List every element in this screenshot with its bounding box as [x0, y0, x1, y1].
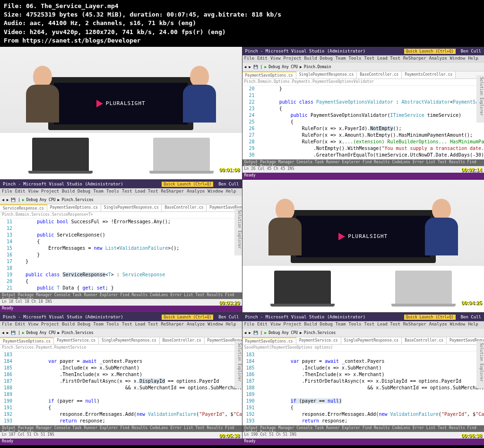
footer-bar: Ready [242, 439, 484, 445]
toolbar[interactable]: ◀ ▶ 💾 | ▶ Debug Any CPU ▶ Pinch.Services [0, 196, 242, 204]
start-button[interactable]: ▶ [22, 198, 25, 202]
vs-frame-2: Pinch - Microsoft Visual Studio (Adminis… [242, 47, 484, 179]
video-frame-1: PLURALSIGHT 00:01:08 [0, 47, 242, 179]
footer-bar: Ready [0, 306, 242, 312]
editor-tabs[interactable]: PaymentSaveOptions.csPaymentService.csSi… [0, 337, 242, 345]
laptop-right [395, 271, 452, 304]
editor-tabs[interactable]: PaymentSaveOptions.csPaymentService.csSi… [242, 337, 484, 345]
statusbar: Ln 190 Col 51 Ch 51 INS [242, 432, 484, 439]
vs-frame-6: Pinch - Microsoft Visual Studio (Adminis… [242, 313, 484, 445]
tv-screen: PLURALSIGHT [291, 210, 436, 263]
editor-tabs[interactable]: PaymentSaveOptions.csSinglePaymentRespon… [242, 71, 484, 79]
toolbar[interactable]: ◀ ▶ 💾 | ▶ Debug Any CPU ▶ Pinch.Services [0, 329, 242, 337]
solution-explorer-tab[interactable]: Solution Explorer [476, 341, 484, 388]
editor-tab[interactable]: SinglePaymentResponse.cs [296, 71, 357, 79]
statusbar: Ln 26 Col 45 Ch 45 INS [242, 166, 484, 173]
video-frame-4: PLURALSIGHT 00:04:25 [242, 180, 484, 312]
menubar[interactable]: FileEditViewProjectBuildDebugTeamToolsTe… [0, 188, 242, 196]
pluralsight-logo: PLURALSIGHT [338, 233, 388, 240]
editor-tab[interactable]: PaymentSaveOptions.cs [242, 71, 296, 79]
laptop-left [32, 138, 89, 171]
pluralsight-logo: PLURALSIGHT [96, 100, 146, 107]
footer-bar: Ready [242, 173, 484, 179]
menubar[interactable]: FileEditViewProjectBuildDebugTeamToolsTe… [242, 55, 484, 63]
editor-tab[interactable]: BaseController.cs [402, 337, 447, 344]
start-button[interactable]: ▶ [22, 331, 25, 335]
editor-tab[interactable]: BaseController.cs [357, 71, 402, 79]
quick-launch-input[interactable]: Quick Launch (Ctrl+Q) [404, 49, 456, 54]
vs-frame-5: Pinch - Microsoft Visual Studio (Adminis… [0, 313, 242, 445]
timestamp: 00:02:14 [461, 167, 482, 173]
timestamp: 00:04:25 [461, 300, 482, 306]
start-button[interactable]: ▶ [264, 331, 267, 335]
output-tabs[interactable]: Output Package Manager Console Task Runn… [0, 425, 242, 432]
editor-tab[interactable]: BaseController.cs [162, 204, 207, 211]
statusbar: Ln 18 Col 18 Ch 18 INS [0, 299, 242, 306]
code-editor[interactable]: } public class PaymentSaveOptionsValidat… [257, 86, 484, 166]
laptop-left [274, 271, 331, 304]
menubar[interactable]: FileEditViewProjectBuildDebugTeamToolsTe… [242, 321, 484, 329]
timestamp: 00:03:20 [219, 300, 240, 306]
timestamp: 00:05:38 [219, 433, 240, 439]
tv-screen: PLURALSIGHT [48, 77, 193, 130]
editor-tab[interactable]: SinglePaymentResponse.cs [99, 337, 160, 344]
play-triangle-icon [338, 233, 345, 240]
vs-frame-3: Pinch - Microsoft Visual Studio (Adminis… [0, 180, 242, 312]
code-editor[interactable]: public bool SuccessFul => !ErrorMessages… [14, 219, 242, 299]
line-gutter: 202122232425262728293031323334 [242, 86, 257, 166]
solution-explorer-tab[interactable]: Solution Explorer [476, 75, 484, 123]
laptop-right [153, 138, 210, 171]
window-titlebar[interactable]: Pinch - Microsoft Visual Studio (Adminis… [242, 313, 484, 321]
editor-tab[interactable]: PaymentsController.cs [402, 71, 456, 79]
statusbar: Ln 187 Col 51 Ch 51 INS [0, 432, 242, 439]
editor-tab[interactable]: PaymentSaveOptions.cs [47, 204, 101, 211]
quick-launch-input[interactable]: Quick Launch (Ctrl+Q) [162, 182, 213, 187]
window-titlebar[interactable]: Pinch - Microsoft Visual Studio (Adminis… [0, 313, 242, 321]
breadcrumb[interactable]: SavePayment(PaymentSaveOptions options) [242, 345, 484, 351]
toolbar[interactable]: ◀ ▶ 💾 | ▶ Debug Any CPU ▶ Pinch.Domain [242, 63, 484, 71]
code-editor[interactable]: var payer = await _context.Payers .Inclu… [257, 351, 484, 432]
footer-bar: Ready [0, 439, 242, 445]
editor-tab[interactable]: SinglePaymentResponse.cs [341, 337, 402, 344]
editor-tab[interactable]: ServiceResponse.cs [0, 204, 47, 211]
breadcrumb[interactable]: Pinch.Services.Payment.PaymentService [0, 345, 242, 351]
timestamp: 00:06:38 [461, 433, 482, 439]
window-titlebar[interactable]: Pinch - Microsoft Visual Studio (Adminis… [242, 47, 484, 55]
editor-tab[interactable]: PaymentSaveOptions.cs [242, 337, 296, 344]
output-tabs[interactable]: Output Package Manager Console Task Runn… [0, 292, 242, 299]
line-gutter: 111213141516171819202122232425 [0, 219, 14, 299]
timestamp: 00:01:08 [219, 167, 240, 173]
quick-launch-input[interactable]: Quick Launch (Ctrl+Q) [162, 315, 213, 320]
editor-tabs[interactable]: ServiceResponse.csPaymentSaveOptions.csS… [0, 204, 242, 212]
output-tabs[interactable]: Output Package Manager Console Task Runn… [242, 425, 484, 432]
line-gutter: 1831841851861871881891901911921931941951… [242, 351, 257, 432]
solution-explorer-tab[interactable]: Solution Explorer [234, 208, 242, 255]
window-titlebar[interactable]: Pinch - Microsoft Visual Studio (Adminis… [0, 180, 242, 188]
solution-explorer-tab[interactable]: Solution Explorer [234, 341, 242, 388]
output-tabs[interactable]: Output Package Manager Console Task Runn… [242, 159, 484, 166]
editor-tab[interactable]: SinglePaymentResponse.cs [101, 204, 162, 211]
breadcrumb[interactable]: Pinch.Domain.Services.ServiceResponse<T> [0, 212, 242, 219]
file-info-header: File: 06. The_Service_Layer.mp4 Size: 47… [0, 0, 484, 47]
quick-launch-input[interactable]: Quick Launch (Ctrl+Q) [404, 315, 456, 320]
menubar[interactable]: FileEditViewProjectBuildDebugTeamToolsTe… [0, 321, 242, 329]
editor-tab[interactable]: PaymentSaveOptions.cs [0, 337, 54, 344]
line-gutter: 1831841851861871881891901911921931941951… [0, 351, 14, 432]
editor-tab[interactable]: PaymentService.cs [54, 337, 99, 344]
code-editor[interactable]: var payer = await _context.Payers .Inclu… [14, 351, 242, 432]
editor-tab[interactable]: PaymentService.cs [296, 337, 341, 344]
play-triangle-icon [96, 100, 103, 107]
breadcrumb[interactable]: Pinch.Domain.Options.Payments.PaymentSav… [242, 79, 484, 86]
editor-tab[interactable]: BaseController.cs [160, 337, 205, 344]
toolbar[interactable]: ◀ ▶ 💾 | ▶ Debug Any CPU ▶ Pinch.Services [242, 329, 484, 337]
start-button[interactable]: ▶ [264, 65, 267, 69]
